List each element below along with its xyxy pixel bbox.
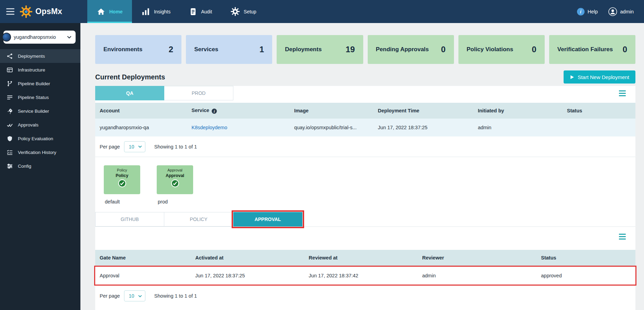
per-page-label: Per page: [100, 293, 120, 299]
col-initiated-by: Initiated by: [473, 108, 562, 113]
stat-card-deployments[interactable]: Deployments 19: [277, 35, 363, 64]
user-menu[interactable]: admin: [608, 7, 634, 16]
table-menu-icon[interactable]: [619, 90, 626, 96]
gates-table-header: Gate Name Activated at Reviewed at Revie…: [95, 250, 635, 266]
help-button[interactable]: i Help: [577, 8, 598, 15]
env-tabs: QA PROD: [95, 86, 635, 100]
check-circle-icon: [171, 179, 179, 188]
sidebar-item-verification-history[interactable]: Verification History: [0, 145, 80, 159]
org-name: yugandharopsmxio: [14, 34, 56, 40]
gate-table-row: Approval Jun 17, 2022 18:37:25 Jun 17, 2…: [95, 267, 635, 285]
sidebar-item-approvals[interactable]: Approvals: [0, 118, 80, 132]
start-new-deployment-button[interactable]: Start New Deployment: [564, 70, 635, 84]
sidebar-item-policy-evaluation[interactable]: Policy Evaluation: [0, 132, 80, 145]
cell-image: quay.io/opsmxpublic/trial-s...: [290, 125, 374, 130]
cell-account: yugandharopsmxio-qa: [95, 125, 187, 130]
col-gate-status: Status: [536, 255, 635, 261]
stat-label: Environments: [103, 46, 142, 53]
info-icon[interactable]: i: [212, 109, 217, 114]
stat-card-services[interactable]: Services 1: [186, 35, 272, 64]
deployments-pagination: Per page 10 Showing 1 to 1 of 1: [95, 136, 635, 157]
org-avatar: [2, 33, 11, 42]
tab-prod[interactable]: PROD: [164, 86, 233, 100]
stat-label: Verification Failures: [557, 46, 613, 53]
deployments-table-header: Account Servicei Image Deployment Time I…: [95, 103, 635, 119]
main-menu-icon[interactable]: [6, 8, 14, 15]
sidebar-item-label: Approvals: [18, 122, 38, 128]
nav-label: Setup: [244, 9, 256, 14]
sidebar-item-service-builder[interactable]: Service Builder: [0, 104, 80, 118]
help-icon: i: [577, 8, 585, 15]
stage-card-policy[interactable]: Policy Policy: [104, 165, 140, 194]
pipeline-builder-icon: [7, 81, 13, 87]
tab-approval[interactable]: APPROVAL: [233, 212, 302, 226]
annotation-highlight-box: Approval Jun 17, 2022 18:37:25 Jun 17, 2…: [94, 266, 636, 286]
stat-label: Deployments: [285, 46, 322, 53]
stage-env-default: default: [104, 199, 140, 204]
org-select[interactable]: yugandharopsmxio: [3, 31, 76, 44]
tab-qa[interactable]: QA: [95, 86, 164, 100]
cell-status: [563, 125, 635, 130]
nav-item-insights[interactable]: Insights: [132, 0, 180, 23]
col-activated-at: Activated at: [191, 255, 304, 261]
chevron-down-icon: [67, 36, 71, 38]
gates-menu-row: [95, 234, 635, 240]
col-reviewed-at: Reviewed at: [304, 255, 418, 261]
stage-env-prod: prod: [157, 199, 193, 204]
stat-value: 1: [259, 45, 264, 54]
per-page-label: Per page: [100, 144, 120, 150]
stat-card-verification-failures[interactable]: Verification Failures 0: [549, 35, 635, 64]
cell-deployment-time: Jun 17, 2022 18:37:25: [374, 125, 474, 130]
opsmx-logo-icon: [20, 5, 32, 18]
stat-card-pending-approvals[interactable]: Pending Approvals 0: [368, 35, 454, 64]
nav-item-setup[interactable]: Setup: [221, 0, 266, 23]
stat-value: 19: [346, 45, 355, 54]
stat-card-environments[interactable]: Environments 2: [95, 35, 181, 64]
stat-value: 0: [623, 45, 627, 54]
stage-name: Approval: [166, 173, 184, 178]
service-link[interactable]: K8sdeploydemo: [191, 125, 227, 130]
sidebar-item-infrastructure[interactable]: Infrastructure: [0, 63, 80, 77]
top-nav: Home Insights Audit: [87, 0, 266, 23]
user-label: admin: [620, 9, 634, 14]
sidebar-item-label: Infrastructure: [18, 67, 45, 73]
nav-item-home[interactable]: Home: [87, 0, 132, 23]
home-icon: [97, 7, 106, 16]
sidebar-item-pipeline-builder[interactable]: Pipeline Builder: [0, 77, 80, 90]
sidebar-menu: Deployments Infrastructure Pipeline Buil…: [0, 49, 80, 173]
sidebar-item-config[interactable]: Config: [0, 159, 80, 173]
sidebar-item-label: Policy Evaluation: [18, 136, 53, 141]
chevron-down-icon: [138, 145, 142, 148]
col-gate-name: Gate Name: [95, 255, 191, 261]
stat-label: Services: [194, 46, 218, 53]
stage-card-approval[interactable]: Approval Approval: [157, 165, 193, 194]
gate-tabs: GITHUB POLICY APPROVAL: [95, 212, 635, 227]
showing-text: Showing 1 to 1 of 1: [154, 144, 197, 150]
sidebar-item-pipeline-status[interactable]: Pipeline Status: [0, 90, 80, 104]
col-service: Servicei: [187, 108, 290, 114]
showing-text: Showing 1 to 1 of 1: [154, 293, 197, 299]
gates-per-page-select[interactable]: 10: [124, 290, 145, 301]
stat-label: Pending Approvals: [376, 46, 429, 53]
stats-row: Environments 2 Services 1 Deployments 19…: [95, 35, 635, 64]
deployment-table-row[interactable]: yugandharopsmxio-qa K8sdeploydemo quay.i…: [95, 119, 635, 136]
stat-card-policy-violations[interactable]: Policy Violations 0: [458, 35, 545, 64]
col-reviewer: Reviewer: [418, 255, 536, 261]
sidebar-item-deployments[interactable]: Deployments: [0, 49, 80, 63]
gates-table-menu-icon[interactable]: [619, 234, 626, 240]
start-button-label: Start New Deployment: [578, 74, 629, 80]
nav-item-audit[interactable]: Audit: [180, 0, 221, 23]
sidebar: yugandharopsmxio Deployments Infrastruct…: [0, 23, 80, 310]
stat-value: 2: [169, 45, 173, 54]
brand-name: OpsMx: [35, 7, 62, 16]
per-page-select[interactable]: 10: [124, 141, 145, 152]
sidebar-item-label: Pipeline Status: [18, 95, 49, 100]
tab-github[interactable]: GITHUB: [95, 212, 164, 226]
stage-name: Policy: [116, 173, 129, 178]
nav-label: Insights: [154, 9, 170, 14]
tab-policy[interactable]: POLICY: [164, 212, 233, 226]
stage-type: Approval: [167, 168, 182, 172]
pipeline-stages: Policy Policy Approval Approval: [95, 157, 635, 194]
audit-icon: [189, 8, 197, 16]
check-circle-icon: [118, 179, 126, 188]
